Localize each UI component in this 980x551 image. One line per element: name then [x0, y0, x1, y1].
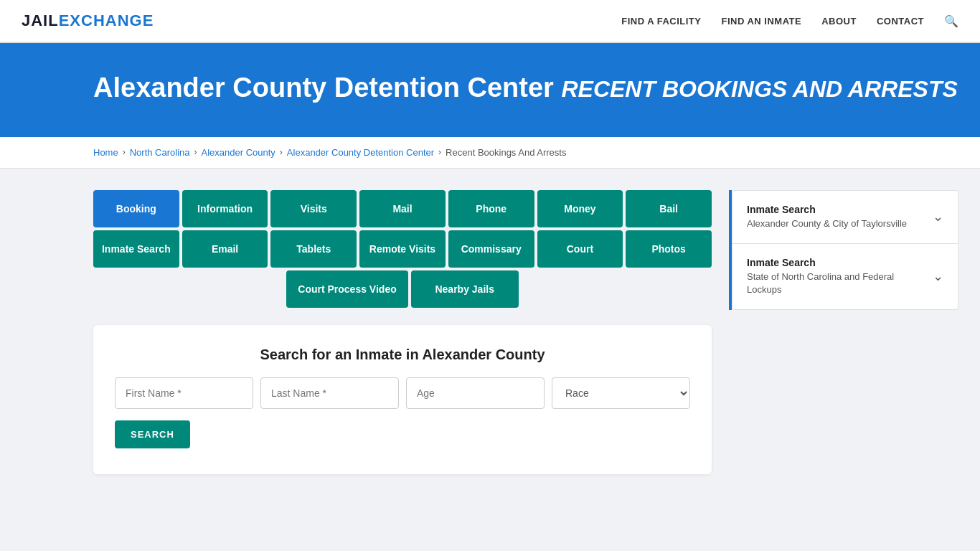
logo-exchange: EXCHANGE: [59, 11, 154, 29]
hero-section: Alexander County Detention Center RECENT…: [0, 43, 980, 137]
first-name-input[interactable]: [115, 377, 253, 409]
search-submit-button[interactable]: SEARCH: [115, 420, 190, 448]
sidebar-item-sub-2: State of North Carolina and Federal Lock…: [747, 270, 925, 296]
breadcrumb-facility[interactable]: Alexander County Detention Center: [287, 147, 434, 158]
page-title-italic: RECENT BOOKINGS AND ARRESTS: [561, 76, 957, 102]
breadcrumb-sep-1: ›: [123, 147, 126, 157]
sidebar-card: Inmate Search Alexander County & City of…: [732, 190, 958, 311]
search-icon-button[interactable]: 🔍: [944, 14, 958, 28]
nav-button-row2: Inmate Search Email Tablets Remote Visit…: [93, 230, 712, 268]
btn-booking[interactable]: Booking: [93, 190, 179, 227]
btn-bail[interactable]: Bail: [626, 190, 712, 227]
main-content: Booking Information Visits Mail Phone Mo…: [0, 169, 980, 496]
main-nav: FIND A FACILITY FIND AN INMATE ABOUT CON…: [621, 14, 958, 28]
race-select[interactable]: Race White Black Hispanic Asian Other: [552, 377, 690, 409]
nav-contact[interactable]: CONTACT: [877, 14, 924, 27]
nav-search-icon-item[interactable]: 🔍: [944, 14, 958, 28]
sidebar-item-left-1: Inmate Search Alexander County & City of…: [747, 204, 925, 230]
search-box-title: Search for an Inmate in Alexander County: [115, 347, 690, 363]
btn-information[interactable]: Information: [182, 190, 268, 227]
btn-commissary[interactable]: Commissary: [448, 230, 534, 268]
btn-nearby-jails[interactable]: Nearby Jails: [411, 270, 519, 308]
breadcrumb-sep-2: ›: [194, 147, 197, 157]
nav-about[interactable]: ABOUT: [821, 14, 857, 27]
btn-court[interactable]: Court: [537, 230, 623, 268]
chevron-down-icon-1: ⌄: [933, 209, 943, 225]
btn-visits[interactable]: Visits: [270, 190, 357, 227]
last-name-input[interactable]: [260, 377, 399, 409]
sidebar-item-title-1: Inmate Search: [747, 204, 925, 215]
breadcrumb-sep-3: ›: [280, 147, 283, 157]
left-panel: Booking Information Visits Mail Phone Mo…: [93, 190, 712, 474]
btn-email[interactable]: Email: [182, 230, 268, 268]
breadcrumb-current: Recent Bookings And Arrests: [446, 147, 566, 158]
right-panel: Inmate Search Alexander County & City of…: [729, 190, 958, 311]
page-title: Alexander County Detention Center RECENT…: [93, 72, 958, 105]
breadcrumb: Home › North Carolina › Alexander County…: [93, 147, 958, 158]
sidebar-item-county-search[interactable]: Inmate Search Alexander County & City of…: [732, 191, 958, 244]
btn-money[interactable]: Money: [537, 190, 623, 227]
nav-button-row1: Booking Information Visits Mail Phone Mo…: [93, 190, 712, 227]
site-logo[interactable]: JAILEXCHANGE: [22, 11, 154, 30]
breadcrumb-sep-4: ›: [438, 147, 441, 157]
breadcrumb-nc[interactable]: North Carolina: [130, 147, 190, 158]
navbar: JAILEXCHANGE FIND A FACILITY FIND AN INM…: [0, 0, 980, 43]
btn-court-process-video[interactable]: Court Process Video: [286, 270, 407, 308]
inmate-search-box: Search for an Inmate in Alexander County…: [93, 325, 712, 474]
sidebar-item-sub-1: Alexander County & City of Taylorsville: [747, 217, 925, 230]
nav-find-inmate[interactable]: FIND AN INMATE: [721, 14, 801, 27]
btn-inmate-search[interactable]: Inmate Search: [93, 230, 179, 268]
sidebar-item-state-search[interactable]: Inmate Search State of North Carolina an…: [732, 244, 958, 309]
btn-remote-visits[interactable]: Remote Visits: [359, 230, 446, 268]
sidebar-item-left-2: Inmate Search State of North Carolina an…: [747, 257, 925, 296]
btn-phone[interactable]: Phone: [448, 190, 534, 227]
search-form-row: Race White Black Hispanic Asian Other: [115, 377, 690, 409]
nav-button-row3: Court Process Video Nearby Jails: [93, 270, 712, 308]
btn-photos[interactable]: Photos: [626, 230, 712, 268]
breadcrumb-county[interactable]: Alexander County: [202, 147, 275, 158]
nav-find-facility[interactable]: FIND A FACILITY: [621, 14, 701, 27]
sidebar-item-title-2: Inmate Search: [747, 257, 925, 268]
breadcrumb-home[interactable]: Home: [93, 147, 118, 158]
logo-jail: JAIL: [22, 11, 59, 29]
chevron-down-icon-2: ⌄: [933, 268, 943, 284]
breadcrumb-bar: Home › North Carolina › Alexander County…: [0, 137, 980, 169]
btn-tablets[interactable]: Tablets: [270, 230, 357, 268]
age-input[interactable]: [406, 377, 545, 409]
btn-mail[interactable]: Mail: [359, 190, 446, 227]
sidebar-card-wrapper: Inmate Search Alexander County & City of…: [729, 190, 958, 311]
